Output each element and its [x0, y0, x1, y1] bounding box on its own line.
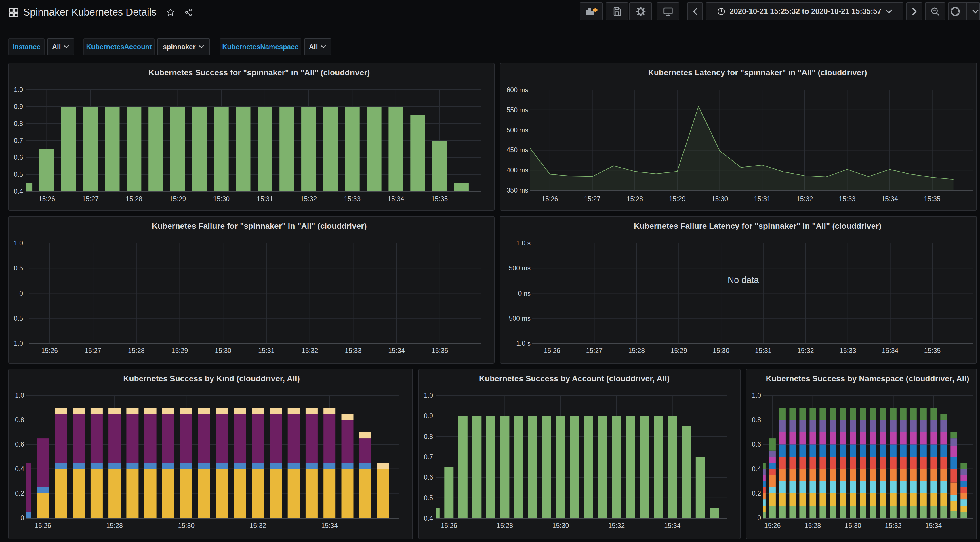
svg-text:0: 0	[757, 514, 761, 521]
svg-text:1.0: 1.0	[15, 392, 24, 399]
svg-text:15:27: 15:27	[586, 347, 603, 354]
svg-text:15:28: 15:28	[496, 522, 513, 529]
svg-text:15:32: 15:32	[885, 522, 902, 529]
svg-text:0.2: 0.2	[752, 490, 761, 497]
svg-text:15:26: 15:26	[541, 195, 558, 203]
svg-text:15:35: 15:35	[924, 347, 941, 354]
svg-text:15:32: 15:32	[796, 195, 813, 203]
svg-text:0: 0	[21, 514, 24, 521]
svg-text:15:34: 15:34	[664, 522, 681, 529]
svg-text:550 ms: 550 ms	[507, 106, 528, 114]
svg-text:0.8: 0.8	[15, 416, 24, 423]
svg-text:15:34: 15:34	[882, 347, 899, 354]
svg-text:15:26: 15:26	[764, 522, 781, 529]
svg-text:15:32: 15:32	[301, 195, 317, 203]
svg-text:15:32: 15:32	[250, 522, 266, 529]
svg-text:450 ms: 450 ms	[507, 146, 528, 154]
svg-text:15:26: 15:26	[35, 522, 51, 529]
svg-text:500 ms: 500 ms	[509, 265, 531, 272]
svg-text:15:33: 15:33	[345, 347, 362, 354]
svg-text:0.5: 0.5	[424, 494, 433, 502]
svg-text:15:27: 15:27	[82, 195, 99, 203]
svg-text:15:32: 15:32	[608, 522, 625, 529]
svg-text:15:26: 15:26	[38, 195, 55, 203]
svg-text:15:31: 15:31	[257, 195, 273, 203]
svg-text:0.8: 0.8	[14, 120, 23, 127]
svg-text:15:28: 15:28	[106, 522, 123, 529]
svg-text:-0.5: -0.5	[11, 315, 23, 322]
svg-text:15:31: 15:31	[754, 195, 770, 203]
svg-text:15:29: 15:29	[670, 347, 687, 354]
svg-text:15:29: 15:29	[669, 195, 686, 203]
svg-text:15:27: 15:27	[584, 195, 601, 203]
svg-text:15:28: 15:28	[126, 195, 142, 203]
svg-text:15:34: 15:34	[925, 522, 942, 529]
svg-text:0 ns: 0 ns	[518, 290, 531, 297]
svg-text:0.6: 0.6	[752, 441, 761, 448]
svg-text:15:29: 15:29	[172, 347, 188, 354]
svg-text:0.6: 0.6	[15, 441, 24, 448]
svg-text:15:35: 15:35	[924, 195, 940, 203]
svg-text:0.6: 0.6	[424, 474, 433, 481]
svg-text:0.4: 0.4	[14, 188, 23, 195]
svg-text:15:30: 15:30	[215, 347, 231, 354]
svg-text:0.4: 0.4	[752, 465, 761, 473]
svg-text:15:29: 15:29	[169, 195, 186, 203]
svg-text:15:33: 15:33	[840, 347, 856, 354]
svg-text:600 ms: 600 ms	[507, 86, 528, 94]
svg-text:-1.0 s: -1.0 s	[514, 340, 531, 347]
svg-text:0.5: 0.5	[14, 265, 23, 272]
svg-text:15:30: 15:30	[711, 195, 728, 203]
svg-text:15:31: 15:31	[258, 347, 275, 354]
svg-text:15:34: 15:34	[881, 195, 898, 203]
svg-text:15:26: 15:26	[544, 347, 560, 354]
svg-text:0.7: 0.7	[424, 453, 433, 461]
svg-text:0.9: 0.9	[424, 412, 433, 420]
svg-text:1.0: 1.0	[752, 392, 761, 399]
svg-text:15:32: 15:32	[302, 347, 318, 354]
svg-text:No data: No data	[728, 275, 759, 285]
svg-text:400 ms: 400 ms	[507, 166, 528, 174]
svg-text:15:26: 15:26	[441, 522, 458, 529]
svg-text:15:27: 15:27	[84, 347, 101, 354]
svg-text:1.0: 1.0	[14, 86, 23, 94]
svg-text:0: 0	[19, 290, 23, 297]
svg-text:15:28: 15:28	[626, 195, 643, 203]
svg-text:15:32: 15:32	[797, 347, 814, 354]
svg-text:15:33: 15:33	[344, 195, 361, 203]
svg-text:15:34: 15:34	[321, 522, 338, 529]
svg-text:1.0: 1.0	[424, 392, 433, 399]
svg-text:15:30: 15:30	[178, 522, 194, 529]
svg-text:1.0: 1.0	[14, 239, 23, 247]
svg-text:15:35: 15:35	[431, 347, 448, 354]
svg-text:0.2: 0.2	[15, 490, 24, 497]
svg-text:15:30: 15:30	[552, 522, 569, 529]
svg-text:15:28: 15:28	[805, 522, 821, 529]
svg-text:0.9: 0.9	[14, 103, 23, 110]
svg-text:0.4: 0.4	[15, 465, 24, 473]
svg-text:15:31: 15:31	[755, 347, 772, 354]
svg-text:0.6: 0.6	[14, 154, 23, 161]
svg-text:15:34: 15:34	[388, 195, 404, 203]
svg-text:15:26: 15:26	[41, 347, 58, 354]
svg-text:15:30: 15:30	[713, 347, 729, 354]
svg-text:15:35: 15:35	[431, 195, 448, 203]
svg-text:15:34: 15:34	[388, 347, 405, 354]
svg-text:0.5: 0.5	[14, 171, 23, 178]
svg-text:15:33: 15:33	[839, 195, 856, 203]
svg-text:0.8: 0.8	[424, 433, 433, 440]
svg-text:-500 ms: -500 ms	[507, 315, 531, 322]
svg-text:350 ms: 350 ms	[507, 187, 528, 194]
svg-text:-1.0: -1.0	[11, 340, 23, 347]
svg-text:15:30: 15:30	[213, 195, 230, 203]
svg-text:15:28: 15:28	[628, 347, 645, 354]
svg-text:15:30: 15:30	[845, 522, 861, 529]
svg-text:15:28: 15:28	[128, 347, 145, 354]
svg-text:0.8: 0.8	[752, 416, 761, 423]
svg-text:500 ms: 500 ms	[507, 127, 528, 134]
svg-text:0.7: 0.7	[14, 137, 23, 144]
svg-text:1.0 s: 1.0 s	[516, 239, 531, 247]
svg-text:0.4: 0.4	[424, 515, 433, 522]
